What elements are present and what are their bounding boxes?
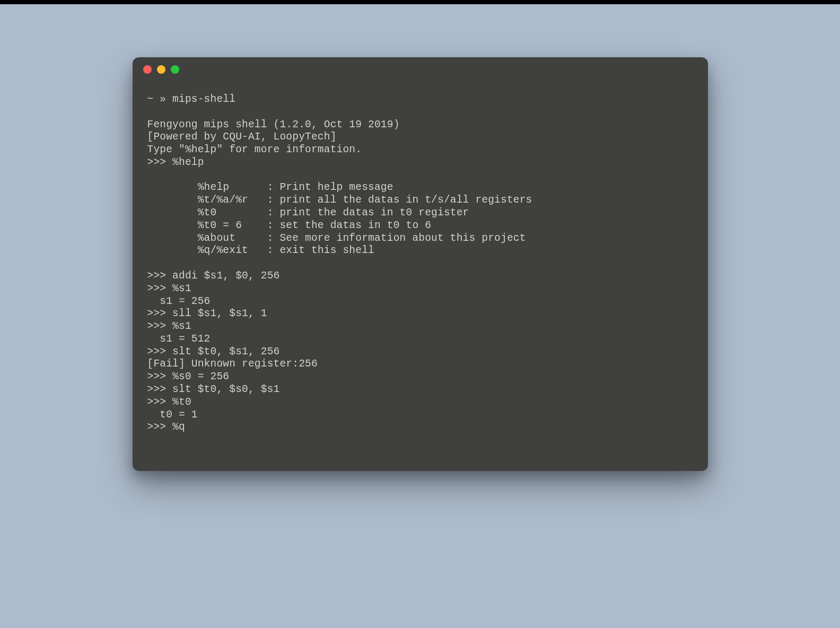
repl-output: t0 = 1 xyxy=(147,409,198,421)
close-icon[interactable] xyxy=(143,65,152,74)
help-row: %q/%exit : exit this shell xyxy=(147,245,374,256)
terminal-output[interactable]: ~ » mips-shell Fengyong mips shell (1.2.… xyxy=(133,82,708,471)
minimize-icon[interactable] xyxy=(157,65,165,74)
help-row: %about : See more information about this… xyxy=(147,232,526,244)
shell-prompt: ~ » mips-shell xyxy=(147,93,236,105)
window-titlebar xyxy=(133,57,708,82)
help-row: %t0 : print the datas in t0 register xyxy=(147,207,469,219)
repl-line: >>> %s0 = 256 xyxy=(147,371,230,382)
help-row: %t/%a/%r : print all the datas in t/s/al… xyxy=(147,194,532,206)
page-wrapper: ~ » mips-shell Fengyong mips shell (1.2.… xyxy=(0,4,840,471)
repl-line: >>> %s1 xyxy=(147,320,191,332)
help-row: %t0 = 6 : set the datas in t0 to 6 xyxy=(147,220,432,231)
repl-line: >>> addi $s1, $0, 256 xyxy=(147,270,280,282)
repl-line: >>> slt $t0, $s0, $s1 xyxy=(147,383,280,395)
repl-line: >>> slt $t0, $s1, 256 xyxy=(147,346,280,357)
banner-line: [Powered by CQU-AI, LoopyTech] xyxy=(147,131,337,143)
repl-output: s1 = 512 xyxy=(147,333,211,345)
terminal-window: ~ » mips-shell Fengyong mips shell (1.2.… xyxy=(133,57,708,471)
repl-input: >>> %help xyxy=(147,156,204,168)
banner-line: Type "%help" for more information. xyxy=(147,144,362,155)
page-top-bar xyxy=(0,0,840,4)
help-row: %help : Print help message xyxy=(147,181,393,193)
repl-error: [Fail] Unknown register:256 xyxy=(147,358,318,370)
repl-line: >>> %t0 xyxy=(147,396,191,408)
repl-output: s1 = 256 xyxy=(147,295,211,307)
repl-line: >>> %s1 xyxy=(147,283,191,294)
repl-line: >>> %q xyxy=(147,421,185,433)
banner-line: Fengyong mips shell (1.2.0, Oct 19 2019) xyxy=(147,119,400,130)
maximize-icon[interactable] xyxy=(171,65,179,74)
repl-line: >>> sll $s1, $s1, 1 xyxy=(147,308,267,319)
